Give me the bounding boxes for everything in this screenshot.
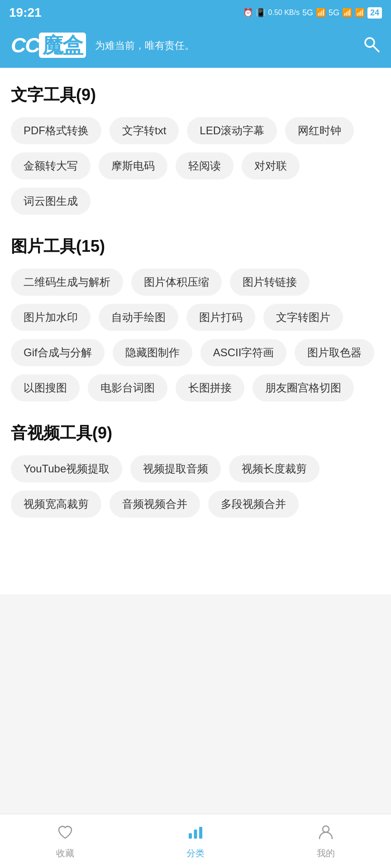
- svg-rect-3: [194, 830, 197, 839]
- tag-item[interactable]: 音频视频合并: [110, 491, 200, 518]
- tag-item[interactable]: 视频提取音频: [130, 455, 221, 482]
- status-time: 19:21: [9, 5, 42, 20]
- heart-icon: [57, 823, 74, 844]
- tag-item[interactable]: 金额转大写: [11, 152, 91, 179]
- network1-label: 5G: [302, 8, 313, 18]
- bar-chart-icon: [187, 823, 204, 844]
- tag-item[interactable]: YouTube视频提取: [11, 455, 122, 482]
- tag-item[interactable]: 图片体积压缩: [131, 269, 222, 296]
- tag-item[interactable]: 轻阅读: [176, 152, 234, 179]
- app-logo: CC魔盒: [11, 32, 86, 60]
- tag-item[interactable]: ASCII字符画: [200, 339, 287, 366]
- vibrate-icon: 📳: [256, 8, 266, 18]
- tags-container-image-tools: 二维码生成与解析图片体积压缩图片转链接图片加水印自动手绘图图片打码文字转图片Gi…: [11, 269, 380, 401]
- section-title-video-tools: 音视频工具(9): [11, 422, 380, 444]
- header-slogan: 为难当前，唯有责任。: [95, 39, 195, 52]
- tag-item[interactable]: 自动手绘图: [99, 304, 178, 331]
- network2-label: 5G: [329, 8, 339, 18]
- tag-item[interactable]: 图片加水印: [11, 304, 91, 331]
- status-icons: ⏰ 📳 0.50 KB/s 5G 📶 5G 📶 📶 24: [243, 7, 382, 19]
- tag-item[interactable]: 图片取色器: [295, 339, 374, 366]
- tag-item[interactable]: 电影台词图: [88, 374, 167, 401]
- tag-item[interactable]: 摩斯电码: [99, 152, 167, 179]
- tag-item[interactable]: 对对联: [242, 152, 300, 179]
- nav-item-category[interactable]: 分类: [130, 823, 261, 859]
- tag-item[interactable]: PDF格式转换: [11, 117, 101, 144]
- tag-item[interactable]: 文字转txt: [110, 117, 179, 144]
- tag-item[interactable]: LED滚动字幕: [187, 117, 277, 144]
- nav-item-favorites[interactable]: 收藏: [0, 823, 130, 859]
- signal-icon: 📶: [316, 8, 326, 18]
- nav-label-category: 分类: [186, 847, 205, 859]
- header-left: CC魔盒 为难当前，唯有责任。: [11, 32, 195, 60]
- speed-text: 0.50 KB/s: [268, 9, 300, 17]
- tag-item[interactable]: 朋友圈宫格切图: [253, 374, 354, 401]
- tag-item[interactable]: 多段视频合并: [208, 491, 299, 518]
- svg-rect-4: [199, 827, 202, 839]
- alarm-icon: ⏰: [243, 8, 253, 18]
- tag-item[interactable]: 网红时钟: [285, 117, 354, 144]
- app-header: CC魔盒 为难当前，唯有责任。: [0, 25, 391, 68]
- signal2-icon: 📶: [342, 8, 352, 18]
- tag-item[interactable]: 图片转链接: [230, 269, 310, 296]
- tags-container-text-tools: PDF格式转换文字转txtLED滚动字幕网红时钟金额转大写摩斯电码轻阅读对对联词…: [11, 117, 380, 215]
- tags-container-video-tools: YouTube视频提取视频提取音频视频长度裁剪视频宽高裁剪音频视频合并多段视频合…: [11, 455, 380, 518]
- section-title-text-tools: 文字工具(9): [11, 84, 380, 106]
- nav-label-mine: 我的: [317, 847, 335, 859]
- section-video-tools: 音视频工具(9)YouTube视频提取视频提取音频视频长度裁剪视频宽高裁剪音频视…: [11, 406, 380, 522]
- svg-rect-2: [189, 833, 192, 839]
- section-image-tools: 图片工具(15)二维码生成与解析图片体积压缩图片转链接图片加水印自动手绘图图片打…: [11, 219, 380, 406]
- main-content: 文字工具(9)PDF格式转换文字转txtLED滚动字幕网红时钟金额转大写摩斯电码…: [0, 68, 391, 594]
- search-button[interactable]: [362, 35, 380, 57]
- tag-item[interactable]: Gif合成与分解: [11, 339, 105, 366]
- person-icon: [317, 823, 334, 844]
- nav-label-favorites: 收藏: [56, 847, 74, 859]
- wifi-icon: 📶: [355, 8, 365, 18]
- bottom-nav: 收藏 分类 我的: [0, 814, 391, 868]
- status-bar: 19:21 ⏰ 📳 0.50 KB/s 5G 📶 5G 📶 📶 24: [0, 0, 391, 25]
- tag-item[interactable]: 长图拼接: [176, 374, 244, 401]
- tag-item[interactable]: 隐藏图制作: [113, 339, 192, 366]
- svg-point-5: [323, 826, 329, 832]
- tag-item[interactable]: 以图搜图: [11, 374, 80, 401]
- tag-item[interactable]: 文字转图片: [263, 304, 343, 331]
- battery-badge: 24: [367, 7, 382, 19]
- section-text-tools: 文字工具(9)PDF格式转换文字转txtLED滚动字幕网红时钟金额转大写摩斯电码…: [11, 68, 380, 219]
- tag-item[interactable]: 视频长度裁剪: [229, 455, 319, 482]
- svg-line-1: [373, 46, 379, 52]
- tag-item[interactable]: 二维码生成与解析: [11, 269, 123, 296]
- tag-item[interactable]: 图片打码: [186, 304, 255, 331]
- logo-box: 魔盒: [39, 33, 86, 58]
- logo-cc: CC: [11, 33, 39, 57]
- nav-item-mine[interactable]: 我的: [261, 823, 391, 859]
- tag-item[interactable]: 视频宽高裁剪: [11, 491, 101, 518]
- section-title-image-tools: 图片工具(15): [11, 236, 380, 258]
- tag-item[interactable]: 词云图生成: [11, 188, 91, 215]
